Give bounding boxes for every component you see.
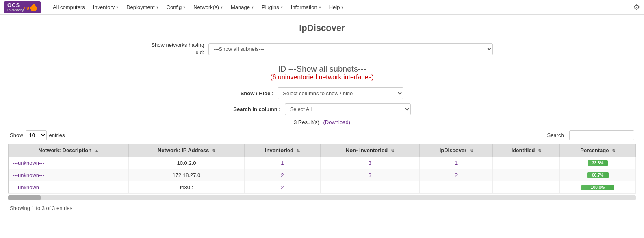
chevron-down-icon: ▾ bbox=[281, 5, 283, 9]
inventoried-link[interactable]: 1 bbox=[281, 160, 284, 166]
table-controls: Show 10 25 50 100 entries Search : bbox=[8, 130, 636, 140]
percentage-bar: 33.3% bbox=[588, 160, 608, 166]
cell-non-inventoried: 3 bbox=[320, 157, 420, 169]
cell-inventoried: 2 bbox=[245, 181, 321, 194]
cell-non-inventoried bbox=[320, 181, 420, 194]
sort-icon: ⇅ bbox=[470, 148, 473, 153]
filter-label: Show networks havinguid: bbox=[151, 41, 204, 56]
cell-description: ---unknown--- bbox=[9, 181, 129, 194]
cell-ipdiscover bbox=[420, 181, 493, 194]
section-count: (6 uninventoried network interfaces) bbox=[8, 74, 636, 81]
col-percentage[interactable]: Percentage ⇅ bbox=[560, 144, 636, 157]
non-inventoried-link[interactable]: 3 bbox=[369, 172, 371, 178]
page-title: IpDiscover bbox=[8, 23, 636, 33]
show-hide-label: Show / Hide : bbox=[241, 90, 274, 96]
table-row: ---unknown---10.0.2.013133.3% bbox=[9, 157, 636, 169]
nav-deployment[interactable]: Deployment ▾ bbox=[122, 0, 162, 15]
show-hide-row: Show / Hide : Select columns to show / h… bbox=[8, 87, 636, 99]
nav-plugins[interactable]: Plugins ▾ bbox=[258, 0, 287, 15]
search-column-row: Search in column : Select All bbox=[8, 103, 636, 115]
description-link[interactable]: ---unknown--- bbox=[13, 172, 44, 178]
sort-icon: ⇅ bbox=[612, 148, 615, 153]
search-label: Search : bbox=[547, 132, 567, 138]
section-title: ID ---Show all subnets--- (6 uninventori… bbox=[8, 64, 636, 81]
entries-label: entries bbox=[49, 132, 65, 138]
ipdiscover-link[interactable]: 2 bbox=[455, 172, 458, 178]
nav-help[interactable]: Help ▾ bbox=[325, 0, 348, 15]
description-link[interactable]: ---unknown--- bbox=[13, 160, 44, 166]
table-footer: Showing 1 to 3 of 3 entries bbox=[8, 202, 636, 214]
cell-inventoried: 1 bbox=[245, 157, 321, 169]
cell-ipdiscover: 1 bbox=[420, 157, 493, 169]
search-box: Search : bbox=[547, 130, 634, 140]
brand-logo[interactable]: OCS inventory ng bbox=[4, 1, 41, 13]
cell-ip: fe80:: bbox=[128, 181, 244, 194]
col-description[interactable]: Network: Description ▲ bbox=[9, 144, 129, 157]
subnet-filter-select[interactable]: ---Show all subnets--- bbox=[208, 43, 493, 55]
chevron-down-icon: ▾ bbox=[183, 5, 185, 9]
table-header-row: Network: Description ▲ Network: IP Addre… bbox=[9, 144, 636, 157]
chevron-down-icon: ▾ bbox=[252, 5, 254, 9]
main-content: IpDiscover Show networks havinguid: ---S… bbox=[0, 15, 644, 223]
section-heading: ID ---Show all subnets--- bbox=[8, 64, 636, 74]
chevron-down-icon: ▾ bbox=[221, 5, 223, 9]
cell-ipdiscover: 2 bbox=[420, 169, 493, 181]
cell-identified bbox=[493, 157, 560, 169]
sort-icon: ⇅ bbox=[391, 148, 394, 153]
entries-per-page-select[interactable]: 10 25 50 100 bbox=[26, 130, 47, 140]
chevron-down-icon: ▾ bbox=[156, 5, 158, 9]
percentage-bar: 100.0% bbox=[581, 185, 614, 190]
description-link[interactable]: ---unknown--- bbox=[13, 184, 44, 190]
cell-identified bbox=[493, 169, 560, 181]
percentage-bar: 66.7% bbox=[587, 172, 609, 178]
sort-icon: ⇅ bbox=[297, 148, 300, 153]
cell-percentage: 66.7% bbox=[560, 169, 636, 181]
download-link[interactable]: (Download) bbox=[323, 119, 350, 125]
chevron-down-icon: ▾ bbox=[319, 5, 321, 9]
nav-inventory[interactable]: Inventory ▾ bbox=[89, 0, 122, 15]
search-column-select[interactable]: Select All bbox=[285, 103, 411, 115]
cell-ip: 10.0.2.0 bbox=[128, 157, 244, 169]
col-non-inventoried[interactable]: Non- Inventoried ⇅ bbox=[320, 144, 420, 157]
results-row: 3 Result(s) (Download) bbox=[8, 119, 636, 125]
table-showing-text: Showing 1 to 3 of 3 entries bbox=[10, 205, 72, 211]
search-column-label: Search in column : bbox=[233, 106, 280, 112]
chevron-down-icon: ▾ bbox=[116, 5, 118, 9]
sort-icon: ▲ bbox=[95, 148, 99, 153]
show-label: Show bbox=[10, 132, 23, 138]
nav-networks[interactable]: Network(s) ▾ bbox=[189, 0, 227, 15]
table-row: ---unknown---172.18.27.023266.7% bbox=[9, 169, 636, 181]
nav-manage[interactable]: Manage ▾ bbox=[227, 0, 258, 15]
inventoried-link[interactable]: 2 bbox=[281, 172, 284, 178]
results-count: 3 Result(s) bbox=[294, 119, 319, 125]
col-inventoried[interactable]: Inventoried ⇅ bbox=[245, 144, 321, 157]
data-table: Network: Description ▲ Network: IP Addre… bbox=[8, 144, 636, 194]
nav-information[interactable]: Information ▾ bbox=[287, 0, 325, 15]
ipdiscover-link[interactable]: 1 bbox=[455, 160, 458, 166]
cell-description: ---unknown--- bbox=[9, 157, 129, 169]
search-input[interactable] bbox=[569, 130, 634, 140]
sort-icon: ⇅ bbox=[212, 148, 215, 153]
inventoried-link[interactable]: 2 bbox=[281, 184, 284, 190]
cell-percentage: 33.3% bbox=[560, 157, 636, 169]
cell-non-inventoried: 3 bbox=[320, 169, 420, 181]
col-ipdiscover[interactable]: IpDiscover ⇅ bbox=[420, 144, 493, 157]
cell-ip: 172.18.27.0 bbox=[128, 169, 244, 181]
nav-all-computers[interactable]: All computers bbox=[49, 0, 89, 15]
settings-icon[interactable]: ⚙ bbox=[633, 3, 640, 12]
nav-config[interactable]: Config ▾ bbox=[163, 0, 190, 15]
filter-row: Show networks havinguid: ---Show all sub… bbox=[8, 41, 636, 56]
cell-percentage: 100.0% bbox=[560, 181, 636, 194]
sort-icon: ⇅ bbox=[538, 148, 541, 153]
cell-identified bbox=[493, 181, 560, 194]
chevron-down-icon: ▾ bbox=[341, 5, 343, 9]
cell-inventoried: 2 bbox=[245, 169, 321, 181]
show-hide-select[interactable]: Select columns to show / hide bbox=[278, 87, 403, 99]
cell-description: ---unknown--- bbox=[9, 169, 129, 181]
show-entries-control: Show 10 25 50 100 entries bbox=[10, 130, 65, 140]
table-row: ---unknown---fe80::2100.0% bbox=[9, 181, 636, 194]
col-ip-address[interactable]: Network: IP Address ⇅ bbox=[128, 144, 244, 157]
col-identified[interactable]: Identified ⇅ bbox=[493, 144, 560, 157]
horizontal-scrollbar[interactable] bbox=[8, 195, 636, 200]
non-inventoried-link[interactable]: 3 bbox=[369, 160, 371, 166]
